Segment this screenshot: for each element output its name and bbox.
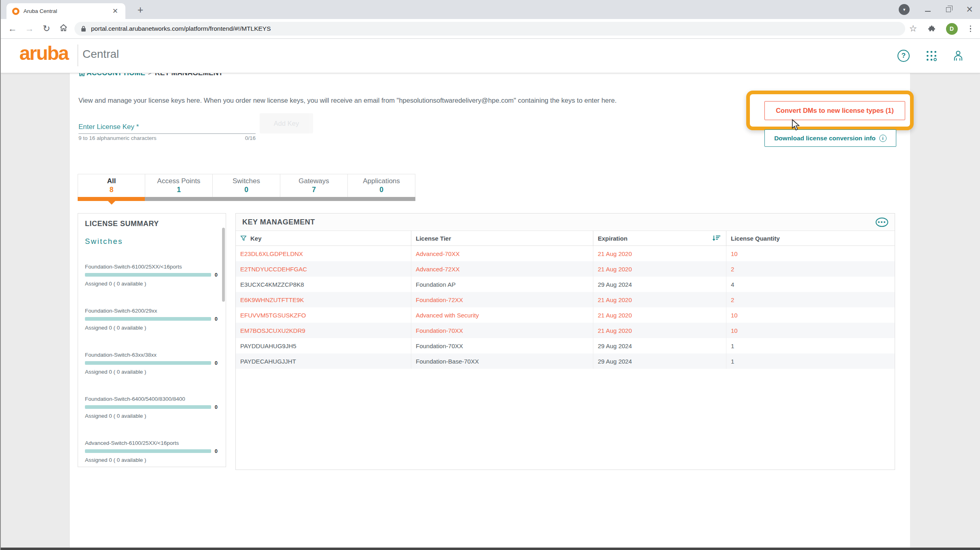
license-usage-bar [85, 449, 211, 453]
cell-license-tier: Foundation-Base-70XX [411, 353, 593, 369]
forward-button[interactable]: → [21, 23, 38, 34]
url-text: portal.central.arubanetworks.com/platfor… [91, 25, 271, 32]
license-usage-bar [85, 405, 211, 409]
license-type-name: Foundation-Switch-6100/25XX/<16ports [85, 264, 218, 270]
license-assigned-text: Assigned 0 ( 0 available ) [85, 369, 218, 375]
license-key-form: 9 to 16 alphanumeric characters 0/16 [78, 121, 256, 141]
table-row[interactable]: E2TNDYUCCDEHFGAC Advanced-72XX 21 Aug 20… [236, 261, 895, 277]
tab-count: 0 [379, 186, 383, 194]
column-header-license-quantity[interactable]: License Quantity [726, 231, 895, 245]
device-tab[interactable]: Applications 0 [348, 174, 415, 201]
table-row[interactable]: PAYDECAHUGJJHT Foundation-Base-70XX 29 A… [236, 353, 895, 369]
cell-license-quantity: 1 [726, 338, 895, 353]
brand-divider [78, 44, 78, 66]
browser-profile-avatar[interactable]: D [946, 23, 958, 35]
cell-license-quantity: 10 [726, 323, 895, 338]
tab-label: Applications [363, 177, 400, 185]
table-header-row: Key License Tier Expiration License Quan… [236, 231, 895, 246]
home-icon [59, 24, 68, 32]
page-description: View and manage your license keys here. … [78, 97, 617, 104]
license-summary-item: Foundation-Switch-63xx/38xx 0 Assigned 0… [85, 352, 218, 375]
address-bar[interactable]: portal.central.arubanetworks.com/platfor… [74, 22, 905, 36]
tab-underline [212, 197, 280, 201]
bookmark-star-icon[interactable]: ☆ [909, 23, 917, 34]
browser-menu-icon[interactable] [968, 24, 973, 34]
tab-count: 0 [244, 186, 248, 194]
filter-funnel-icon[interactable] [240, 235, 247, 241]
table-row[interactable]: EFUVVM5TGSUSKZFO Advanced with Security … [236, 307, 895, 323]
cell-expiration: 21 Aug 2020 [593, 323, 726, 338]
extensions-puzzle-icon[interactable] [928, 25, 936, 33]
license-type-name: Foundation-Switch-6400/5400/8300/8400 [85, 396, 218, 402]
download-license-conversion-button[interactable]: Download license conversion info i [764, 129, 896, 147]
device-tab[interactable]: All 8 [78, 174, 145, 201]
device-category-tabs: All 8 Access Points 1 Switches 0 Gateway… [78, 174, 415, 201]
column-header-expiration[interactable]: Expiration [593, 231, 726, 245]
device-tab[interactable]: Access Points 1 [145, 174, 213, 201]
tab-close-icon[interactable]: ✕ [111, 7, 120, 15]
tab-label: Switches [233, 177, 260, 185]
license-assigned-text: Assigned 0 ( 0 available ) [85, 457, 218, 463]
tab-label: Access Points [157, 177, 201, 185]
add-key-button[interactable]: Add Key [260, 113, 313, 133]
left-gutter [1, 73, 70, 548]
home-button[interactable] [55, 23, 72, 34]
cell-key: EM7BOSJCUXU2KDR9 [236, 323, 411, 338]
new-tab-button[interactable]: + [134, 4, 146, 16]
table-row[interactable]: PAYDDUAHUG9JH5 Foundation-70XX 29 Aug 20… [236, 338, 895, 353]
license-assigned-text: Assigned 0 ( 0 available ) [85, 325, 218, 331]
device-tab[interactable]: Gateways 7 [280, 174, 348, 201]
cell-expiration: 21 Aug 2020 [593, 307, 726, 323]
cell-key: E23DL6XLGDPELDNX [236, 246, 411, 261]
cell-expiration: 21 Aug 2020 [593, 246, 726, 261]
apps-grid-icon[interactable] [926, 50, 937, 61]
license-type-name: Foundation-Switch-6200/29xx [85, 308, 218, 314]
back-button[interactable]: ← [4, 23, 21, 34]
sort-icon[interactable] [712, 235, 721, 241]
column-header-key[interactable]: Key [236, 231, 411, 245]
key-management-panel: KEY MANAGEMENT ●●● Key License Tier Expi… [235, 213, 895, 470]
cell-license-tier: Advanced-70XX [411, 246, 593, 261]
license-assigned-text: Assigned 0 ( 0 available ) [85, 413, 218, 419]
browser-tab[interactable]: Aruba Central ✕ [6, 3, 125, 19]
key-table-body: E23DL6XLGDPELDNX Advanced-70XX 21 Aug 20… [236, 246, 895, 369]
table-row[interactable]: E23DL6XLGDPELDNX Advanced-70XX 21 Aug 20… [236, 246, 895, 261]
aruba-logo: aruba [19, 42, 68, 64]
info-icon: i [879, 135, 887, 142]
more-options-icon[interactable]: ●●● [876, 218, 888, 227]
cell-expiration: 21 Aug 2020 [593, 292, 726, 307]
help-icon[interactable]: ? [897, 50, 910, 62]
license-total-value: 0 [215, 316, 218, 322]
license-assigned-text: Assigned 0 ( 0 available ) [85, 281, 218, 287]
window-minimize-button[interactable] [925, 11, 931, 12]
table-row[interactable]: E3UCXC4KMZZCP8K8 Foundation AP 29 Aug 20… [236, 277, 895, 292]
cell-license-tier: Foundation-72XX [411, 292, 593, 307]
license-summary-item: Foundation-Switch-6400/5400/8300/8400 0 … [85, 396, 218, 419]
window-restore-button[interactable] [946, 7, 951, 12]
license-total-value: 0 [215, 272, 218, 278]
secure-lock-icon [81, 25, 86, 32]
license-usage-bar [85, 273, 211, 277]
window-close-button[interactable]: × [966, 6, 973, 13]
license-key-input[interactable] [78, 121, 256, 134]
convert-dms-button[interactable]: Convert DMs to new license types (1) [764, 101, 905, 120]
right-gutter [910, 73, 980, 548]
license-summary-panel: LICENSE SUMMARY Switches Foundation-Swit… [78, 213, 226, 467]
char-counter: 0/16 [245, 135, 256, 141]
table-row[interactable]: E6K9WHNZUTFTTE9K Foundation-72XX 21 Aug … [236, 292, 895, 307]
license-key-helper-text: 9 to 16 alphanumeric characters [78, 135, 157, 141]
app-header: aruba Central ? [1, 39, 980, 73]
cell-key: E6K9WHNZUTFTTE9K [236, 292, 411, 307]
license-summary-item: Foundation-Switch-6100/25XX/<16ports 0 A… [85, 264, 218, 287]
column-header-license-tier[interactable]: License Tier [411, 231, 593, 245]
license-type-name: Advanced-Switch-6100/25XX/<16ports [85, 440, 218, 446]
cell-expiration: 29 Aug 2024 [593, 277, 726, 292]
device-tab[interactable]: Switches 0 [213, 174, 280, 201]
summary-scrollbar-thumb[interactable] [222, 228, 225, 302]
license-summary-section-label: Switches [85, 237, 226, 246]
user-account-icon[interactable] [953, 50, 963, 61]
media-controls-icon[interactable]: ▼ [899, 4, 910, 15]
table-row[interactable]: EM7BOSJCUXU2KDR9 Foundation-70XX 21 Aug … [236, 323, 895, 338]
license-total-value: 0 [215, 448, 218, 454]
reload-button[interactable]: ↻ [38, 23, 55, 34]
